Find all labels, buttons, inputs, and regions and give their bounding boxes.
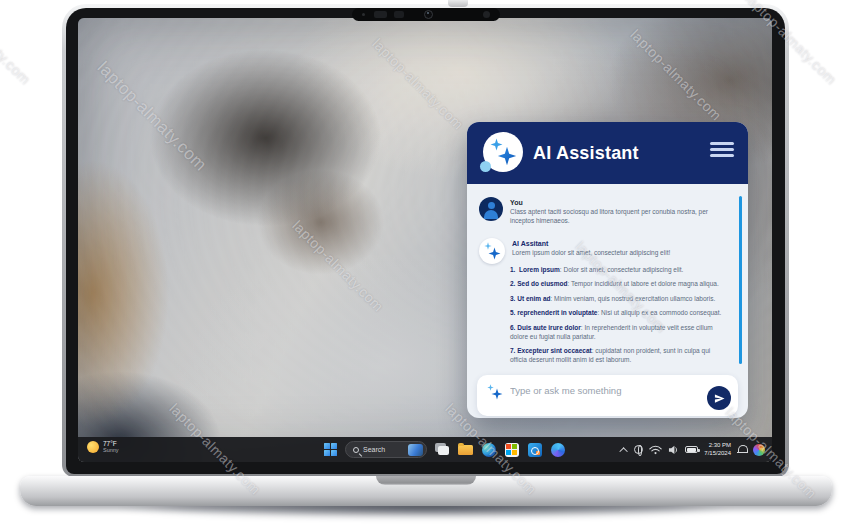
lid-lift-notch: [376, 476, 476, 485]
edge-icon: [482, 443, 496, 457]
send-button[interactable]: [707, 386, 731, 410]
list-item: 5. reprehenderit in voluptate: Nisi ut a…: [510, 309, 724, 318]
clock-widget[interactable]: 2:30 PM 7/15/2024: [704, 442, 731, 456]
sparkle-large-icon: [488, 247, 501, 260]
user-name: You: [510, 198, 716, 208]
assistant-message: AI Assitant Lorem ipsum dolor sit amet, …: [479, 238, 724, 264]
list-item: 6. Duis aute irure dolor: In reprehender…: [510, 324, 724, 342]
edge-browser-button[interactable]: [481, 442, 496, 457]
copilot-button[interactable]: [550, 442, 565, 457]
user-avatar: [479, 197, 503, 221]
chevron-up-icon[interactable]: [620, 447, 628, 455]
wifi-icon[interactable]: [649, 445, 662, 455]
list-item: 1. Lorem ipsum: Dolor sit amet, consecte…: [510, 266, 724, 275]
hamburger-menu-icon[interactable]: [710, 142, 734, 161]
search-icon: [353, 447, 359, 453]
copilot-icon: [551, 443, 565, 457]
logo-dot: [480, 161, 491, 172]
ai-assistant-panel: AI Assistant You Class aptent taciti soc…: [467, 122, 748, 418]
list-item: 2. Sed do eiusmod: Tempor incididunt ut …: [510, 280, 724, 289]
panel-title: AI Assistant: [533, 143, 639, 164]
colorful-app-icon[interactable]: [753, 444, 765, 456]
chat-messages: You Class aptent taciti sociosqu ad lito…: [467, 184, 748, 370]
camera-module: [352, 8, 500, 21]
list-item: 7. Excepteur sint occaecat: cupidatat no…: [510, 347, 724, 365]
sun-icon: [87, 441, 99, 453]
network-globe-icon[interactable]: [634, 445, 643, 454]
laptop-mockup: AI Assistant You Class aptent taciti soc…: [0, 0, 851, 524]
lid-latch: [448, 0, 468, 7]
date-label: 7/15/2024: [704, 450, 731, 457]
ir-sensor: [483, 11, 490, 18]
assistant-intro-text: Lorem ipsum dolor sit amet, consectetur …: [512, 249, 670, 258]
panel-header: AI Assistant: [467, 122, 748, 184]
sensor-window: [394, 11, 404, 18]
taskbar: 77°F Sunny Search: [78, 437, 772, 462]
mic-dot: [362, 13, 365, 16]
chat-text-input[interactable]: [510, 385, 730, 396]
chat-input-box[interactable]: [477, 375, 738, 416]
laptop-screen: AI Assistant You Class aptent taciti soc…: [78, 18, 772, 462]
task-view-button[interactable]: [435, 442, 450, 457]
list-item: 3. Ut enim ad: Minim veniam, quis nostru…: [510, 295, 724, 304]
search-label: Search: [363, 446, 404, 453]
notification-bell-icon[interactable]: [737, 444, 747, 455]
search-bar[interactable]: Search: [345, 441, 427, 458]
watermark: laptop-almaty.com: [0, 0, 34, 88]
system-tray: 2:30 PM 7/15/2024: [622, 437, 765, 462]
store-button[interactable]: [504, 442, 519, 457]
start-button[interactable]: [324, 443, 337, 456]
webcam-lens: [424, 10, 433, 19]
battery-icon[interactable]: [685, 446, 698, 453]
search-daily-image: [408, 444, 423, 456]
folder-icon: [458, 445, 473, 455]
assistant-name: AI Assitant: [512, 239, 670, 249]
weather-temp: 77°F: [103, 440, 119, 447]
sensor-window: [374, 11, 387, 18]
assistant-list: 1. Lorem ipsum: Dolor sit amet, consecte…: [510, 266, 724, 365]
time-label: 2:30 PM: [709, 442, 731, 449]
file-explorer-button[interactable]: [458, 442, 473, 457]
outlook-icon: [528, 443, 542, 457]
volume-icon[interactable]: [668, 445, 679, 455]
laptop-base: [20, 476, 832, 506]
chat-scrollbar[interactable]: [739, 196, 742, 364]
windows-logo-icon: [324, 443, 337, 456]
assistant-avatar: [479, 238, 505, 264]
store-icon: [505, 443, 519, 457]
ai-assistant-logo-icon: [480, 131, 524, 175]
outlook-button[interactable]: [527, 442, 542, 457]
weather-condition: Sunny: [103, 447, 119, 453]
chat-input-area: [467, 370, 748, 418]
sparkle-large-icon: [497, 146, 517, 166]
weather-widget[interactable]: 77°F Sunny: [87, 440, 119, 454]
paper-plane-icon: [714, 393, 725, 404]
user-message: You Class aptent taciti sociosqu ad lito…: [479, 197, 724, 226]
sparkle-input-icon: [487, 384, 503, 400]
user-message-text: Class aptent taciti sociosqu ad litora t…: [510, 208, 716, 226]
